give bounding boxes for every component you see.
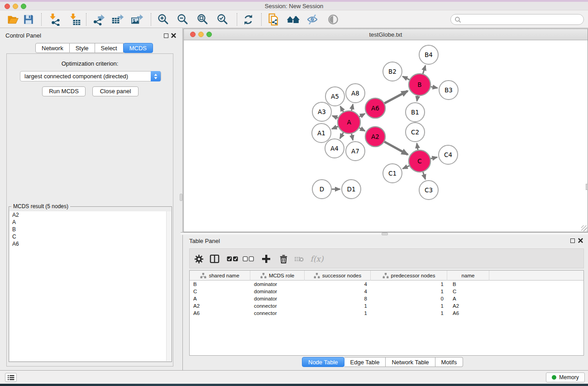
control-panel-close-button[interactable]	[171, 33, 177, 38]
import-network-button[interactable]	[47, 12, 62, 27]
clone-network-button[interactable]	[266, 12, 282, 27]
gear-icon	[194, 254, 204, 264]
mcds-result-item[interactable]: C	[10, 233, 171, 240]
zoom-fit-button[interactable]	[195, 12, 210, 27]
graph-edge-B-B3[interactable]	[431, 87, 438, 88]
graph-edge-A-A8[interactable]	[352, 104, 353, 110]
mcds-panel: Optimization criterion: largest connecte…	[6, 53, 173, 367]
graph-edge-C-C3[interactable]	[423, 172, 425, 179]
tab-node-table[interactable]: Node Table	[302, 357, 344, 367]
column-header-label: successor nodes	[322, 273, 361, 278]
zoom-selected-button[interactable]	[215, 12, 230, 27]
hide-graphics-button[interactable]	[305, 12, 320, 27]
graph-edge-C-C2[interactable]	[417, 143, 418, 150]
tab-style[interactable]: Style	[70, 43, 95, 53]
graph-edge-B-B1[interactable]	[417, 96, 418, 101]
home-button[interactable]	[285, 12, 301, 27]
session-title: Session: New Session	[0, 3, 588, 10]
graph-edge-A-A6[interactable]	[359, 114, 365, 116]
zoom-out-button[interactable]	[175, 12, 191, 27]
graph-edge-B-B2[interactable]	[403, 76, 410, 80]
tab-mcds[interactable]: MCDS	[123, 43, 153, 53]
mcds-result-item[interactable]: A6	[10, 240, 171, 248]
mcds-result-item[interactable]: A	[10, 219, 171, 226]
run-mcds-button[interactable]: Run MCDS	[42, 86, 86, 96]
export-table-button[interactable]	[110, 12, 125, 27]
function-builder-button[interactable]: f(x)	[310, 252, 324, 266]
plus-icon	[262, 254, 271, 263]
export-network-button[interactable]	[91, 12, 106, 27]
graph-node-label: A6	[371, 105, 379, 112]
graph-edge-C-C1[interactable]	[403, 166, 409, 168]
graph-edge-A-A2[interactable]	[359, 128, 365, 131]
splitter-grip[interactable]	[382, 233, 388, 235]
network-window-titlebar[interactable]: testGlobe.txt	[184, 29, 588, 40]
mcds-result-list[interactable]: A2ABCA6	[10, 211, 171, 361]
mcds-result-box: MCDS result (5 nodes) A2ABCA6	[9, 206, 172, 362]
graph-edge-B-B4[interactable]	[423, 66, 425, 74]
column-header-mcds-role[interactable]: MCDS role	[250, 271, 305, 281]
network-canvas[interactable]: B4B2BB3A5A8A6A3B1AC2A1A2A4A7C4CC1DD1C3	[184, 40, 588, 232]
column-header-shared-name[interactable]: shared name	[190, 271, 250, 281]
delete-table-button[interactable]	[292, 252, 306, 266]
save-floppy-icon	[23, 14, 34, 25]
window-edge-grip[interactable]	[586, 184, 588, 190]
save-session-button[interactable]	[21, 12, 36, 27]
column-header-predecessor-nodes[interactable]: predecessor nodes	[371, 271, 447, 281]
panel-splitter-vertical[interactable]	[179, 28, 183, 370]
graph-edge-A-A7[interactable]	[352, 133, 353, 140]
graph-edge-A6-B[interactable]	[384, 91, 407, 103]
tab-motifs[interactable]: Motifs	[435, 357, 464, 367]
graph-edge-A-A1[interactable]	[332, 127, 338, 129]
splitter-grip[interactable]	[180, 194, 182, 201]
network-window-title: testGlobe.txt	[184, 31, 588, 38]
table-panel-close-button[interactable]	[578, 238, 583, 243]
import-network-icon	[48, 13, 61, 26]
table-row[interactable]: A2connector11A2	[190, 302, 583, 310]
zoom-fit-icon	[196, 13, 209, 26]
show-columns-button[interactable]	[208, 252, 221, 266]
shared-column-icon	[200, 273, 206, 278]
column-header-name[interactable]: name	[447, 271, 489, 281]
memory-status-icon	[552, 375, 556, 380]
table-row[interactable]: Cdominator41C	[190, 288, 583, 295]
table-panel-float-button[interactable]	[569, 238, 575, 243]
column-header-successor-nodes[interactable]: successor nodes	[305, 271, 371, 281]
optimization-select[interactable]: largest connected component (directed)	[20, 71, 161, 81]
graph-edge-A-A3[interactable]	[332, 116, 338, 118]
search-field[interactable]	[450, 14, 584, 25]
tab-edge-table[interactable]: Edge Table	[344, 357, 386, 367]
tab-network[interactable]: Network	[35, 43, 70, 53]
task-history-button[interactable]	[5, 373, 17, 382]
memory-button[interactable]: Memory	[546, 372, 585, 382]
graph-edge-A-A4[interactable]	[340, 133, 343, 138]
table-row[interactable]: Bdominator41B	[190, 281, 583, 288]
create-column-button[interactable]	[259, 252, 273, 266]
select-all-button[interactable]	[225, 252, 239, 266]
open-session-button[interactable]	[5, 12, 20, 27]
graph-edge-A2-C[interactable]	[384, 142, 408, 154]
control-panel-float-button[interactable]	[163, 33, 169, 38]
mcds-result-item[interactable]: A2	[10, 211, 171, 219]
search-input[interactable]	[464, 15, 580, 24]
refresh-button[interactable]	[240, 12, 256, 27]
table-row[interactable]: A6connector11A6	[190, 310, 583, 317]
table-settings-button[interactable]	[192, 252, 206, 266]
import-table-button[interactable]	[67, 12, 82, 27]
graph-edge-C-C4[interactable]	[430, 157, 437, 158]
zoom-in-button[interactable]	[156, 12, 171, 27]
export-image-button[interactable]	[129, 12, 145, 27]
panel-splitter-horizontal[interactable]	[181, 232, 588, 235]
deselect-all-button[interactable]	[241, 252, 255, 266]
graph-edge-A-A5[interactable]	[340, 106, 344, 112]
delete-column-button[interactable]	[277, 252, 290, 266]
tab-select[interactable]: Select	[95, 43, 124, 53]
mcds-result-item[interactable]: B	[10, 226, 171, 233]
window-resize-handle[interactable]	[581, 225, 587, 231]
show-graphics-button[interactable]	[325, 12, 341, 27]
tab-network-table[interactable]: Network Table	[386, 357, 435, 367]
column-header-label: predecessor nodes	[391, 273, 435, 278]
close-panel-button[interactable]: Close panel	[92, 86, 139, 96]
scrollbar-track[interactable]	[166, 211, 171, 361]
table-row[interactable]: Adominator80A	[190, 295, 583, 302]
